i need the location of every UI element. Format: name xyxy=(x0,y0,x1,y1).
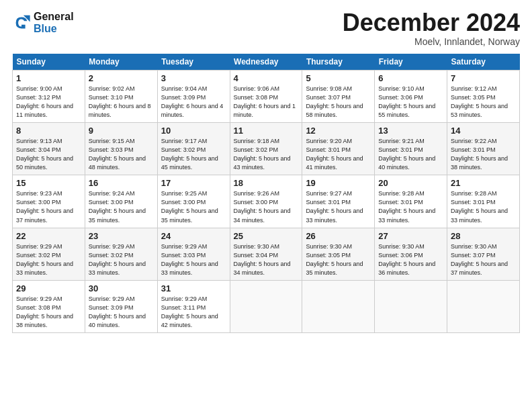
week-row-3: 15Sunrise: 9:23 AMSunset: 3:00 PMDayligh… xyxy=(13,175,520,228)
day-info: Sunrise: 9:20 AMSunset: 3:01 PMDaylight:… xyxy=(306,137,371,172)
day-info: Sunrise: 9:18 AMSunset: 3:02 PMDaylight:… xyxy=(234,137,299,172)
day-cell: 9Sunrise: 9:15 AMSunset: 3:03 PMDaylight… xyxy=(85,123,157,175)
day-cell: 25Sunrise: 9:30 AMSunset: 3:04 PMDayligh… xyxy=(230,228,302,280)
day-info: Sunrise: 9:30 AMSunset: 3:05 PMDaylight:… xyxy=(306,242,371,277)
title-block: December 2024 Moelv, Innlandet, Norway xyxy=(343,11,520,47)
day-info: Sunrise: 9:27 AMSunset: 3:01 PMDaylight:… xyxy=(306,189,371,224)
day-cell: 15Sunrise: 9:23 AMSunset: 3:00 PMDayligh… xyxy=(13,175,85,228)
day-info: Sunrise: 9:25 AMSunset: 3:00 PMDaylight:… xyxy=(161,189,226,224)
day-info: Sunrise: 9:13 AMSunset: 3:04 PMDaylight:… xyxy=(16,137,81,172)
day-cell: 26Sunrise: 9:30 AMSunset: 3:05 PMDayligh… xyxy=(302,228,375,280)
weekday-thursday: Thursday xyxy=(302,54,375,71)
day-info: Sunrise: 9:28 AMSunset: 3:01 PMDaylight:… xyxy=(378,189,443,224)
day-number: 26 xyxy=(306,231,371,241)
day-number: 16 xyxy=(89,178,154,188)
day-info: Sunrise: 9:28 AMSunset: 3:01 PMDaylight:… xyxy=(451,189,516,224)
day-number: 9 xyxy=(89,126,154,136)
day-number: 18 xyxy=(234,178,299,188)
day-number: 14 xyxy=(451,126,516,136)
day-info: Sunrise: 9:30 AMSunset: 3:06 PMDaylight:… xyxy=(378,242,443,277)
day-cell: 12Sunrise: 9:20 AMSunset: 3:01 PMDayligh… xyxy=(302,123,375,175)
day-cell: 11Sunrise: 9:18 AMSunset: 3:02 PMDayligh… xyxy=(230,123,302,175)
weekday-friday: Friday xyxy=(375,54,447,71)
weekday-sunday: Sunday xyxy=(13,54,85,71)
day-number: 20 xyxy=(378,178,443,188)
day-cell: 5Sunrise: 9:08 AMSunset: 3:07 PMDaylight… xyxy=(302,71,375,123)
logo-text: General Blue xyxy=(34,11,74,35)
day-cell: 16Sunrise: 9:24 AMSunset: 3:00 PMDayligh… xyxy=(85,175,157,228)
day-number: 24 xyxy=(161,231,226,241)
day-number: 28 xyxy=(451,231,516,241)
day-number: 23 xyxy=(89,231,154,241)
day-info: Sunrise: 9:17 AMSunset: 3:02 PMDaylight:… xyxy=(161,137,226,172)
day-cell: 4Sunrise: 9:06 AMSunset: 3:08 PMDaylight… xyxy=(230,71,302,123)
day-number: 30 xyxy=(89,283,154,293)
day-cell: 30Sunrise: 9:29 AMSunset: 3:09 PMDayligh… xyxy=(85,280,157,332)
calendar-subtitle: Moelv, Innlandet, Norway xyxy=(343,36,520,47)
day-number: 2 xyxy=(89,73,154,83)
day-number: 10 xyxy=(161,126,226,136)
day-info: Sunrise: 9:30 AMSunset: 3:04 PMDaylight:… xyxy=(234,242,299,277)
header: General Blue December 2024 Moelv, Innlan… xyxy=(12,11,520,47)
day-number: 3 xyxy=(161,73,226,83)
week-row-4: 22Sunrise: 9:29 AMSunset: 3:02 PMDayligh… xyxy=(13,228,520,280)
day-number: 17 xyxy=(161,178,226,188)
day-cell xyxy=(302,280,375,332)
logo: General Blue xyxy=(12,11,74,35)
day-info: Sunrise: 9:29 AMSunset: 3:03 PMDaylight:… xyxy=(161,242,226,277)
day-info: Sunrise: 9:29 AMSunset: 3:09 PMDaylight:… xyxy=(89,295,154,330)
day-cell: 17Sunrise: 9:25 AMSunset: 3:00 PMDayligh… xyxy=(157,175,230,228)
day-number: 8 xyxy=(16,126,81,136)
day-info: Sunrise: 9:10 AMSunset: 3:06 PMDaylight:… xyxy=(378,85,443,120)
day-cell: 7Sunrise: 9:12 AMSunset: 3:05 PMDaylight… xyxy=(447,71,520,123)
day-cell: 18Sunrise: 9:26 AMSunset: 3:00 PMDayligh… xyxy=(230,175,302,228)
day-cell xyxy=(447,280,520,332)
weekday-saturday: Saturday xyxy=(447,54,520,71)
week-row-1: 1Sunrise: 9:00 AMSunset: 3:12 PMDaylight… xyxy=(13,71,520,123)
day-info: Sunrise: 9:04 AMSunset: 3:09 PMDaylight:… xyxy=(161,85,226,120)
day-cell xyxy=(230,280,302,332)
day-cell: 20Sunrise: 9:28 AMSunset: 3:01 PMDayligh… xyxy=(375,175,447,228)
day-number: 31 xyxy=(161,283,226,293)
day-number: 5 xyxy=(306,73,371,83)
day-cell: 24Sunrise: 9:29 AMSunset: 3:03 PMDayligh… xyxy=(157,228,230,280)
day-cell: 29Sunrise: 9:29 AMSunset: 3:08 PMDayligh… xyxy=(13,280,85,332)
day-cell: 22Sunrise: 9:29 AMSunset: 3:02 PMDayligh… xyxy=(13,228,85,280)
day-number: 19 xyxy=(306,178,371,188)
day-number: 7 xyxy=(451,73,516,83)
day-info: Sunrise: 9:23 AMSunset: 3:00 PMDaylight:… xyxy=(16,189,81,224)
day-info: Sunrise: 9:15 AMSunset: 3:03 PMDaylight:… xyxy=(89,137,154,172)
day-cell xyxy=(375,280,447,332)
day-info: Sunrise: 9:22 AMSunset: 3:01 PMDaylight:… xyxy=(451,137,516,172)
day-info: Sunrise: 9:30 AMSunset: 3:07 PMDaylight:… xyxy=(451,242,516,277)
day-info: Sunrise: 9:12 AMSunset: 3:05 PMDaylight:… xyxy=(451,85,516,120)
day-cell: 2Sunrise: 9:02 AMSunset: 3:10 PMDaylight… xyxy=(85,71,157,123)
day-cell: 10Sunrise: 9:17 AMSunset: 3:02 PMDayligh… xyxy=(157,123,230,175)
day-info: Sunrise: 9:00 AMSunset: 3:12 PMDaylight:… xyxy=(16,85,81,120)
calendar-table: SundayMondayTuesdayWednesdayThursdayFrid… xyxy=(12,54,520,333)
day-cell: 13Sunrise: 9:21 AMSunset: 3:01 PMDayligh… xyxy=(375,123,447,175)
day-cell: 31Sunrise: 9:29 AMSunset: 3:11 PMDayligh… xyxy=(157,280,230,332)
day-number: 29 xyxy=(16,283,81,293)
page: General Blue December 2024 Moelv, Innlan… xyxy=(0,0,532,340)
calendar-title: December 2024 xyxy=(343,11,520,35)
day-cell: 14Sunrise: 9:22 AMSunset: 3:01 PMDayligh… xyxy=(447,123,520,175)
day-number: 13 xyxy=(378,126,443,136)
day-cell: 28Sunrise: 9:30 AMSunset: 3:07 PMDayligh… xyxy=(447,228,520,280)
day-number: 12 xyxy=(306,126,371,136)
day-info: Sunrise: 9:29 AMSunset: 3:02 PMDaylight:… xyxy=(16,242,81,277)
day-cell: 27Sunrise: 9:30 AMSunset: 3:06 PMDayligh… xyxy=(375,228,447,280)
day-number: 22 xyxy=(16,231,81,241)
week-row-5: 29Sunrise: 9:29 AMSunset: 3:08 PMDayligh… xyxy=(13,280,520,332)
day-number: 21 xyxy=(451,178,516,188)
day-info: Sunrise: 9:26 AMSunset: 3:00 PMDaylight:… xyxy=(234,189,299,224)
day-info: Sunrise: 9:21 AMSunset: 3:01 PMDaylight:… xyxy=(378,137,443,172)
week-row-2: 8Sunrise: 9:13 AMSunset: 3:04 PMDaylight… xyxy=(13,123,520,175)
day-number: 1 xyxy=(16,73,81,83)
day-number: 25 xyxy=(234,231,299,241)
day-info: Sunrise: 9:29 AMSunset: 3:08 PMDaylight:… xyxy=(16,295,81,330)
weekday-wednesday: Wednesday xyxy=(230,54,302,71)
weekday-header-row: SundayMondayTuesdayWednesdayThursdayFrid… xyxy=(13,54,520,71)
day-number: 11 xyxy=(234,126,299,136)
day-info: Sunrise: 9:06 AMSunset: 3:08 PMDaylight:… xyxy=(234,85,299,120)
